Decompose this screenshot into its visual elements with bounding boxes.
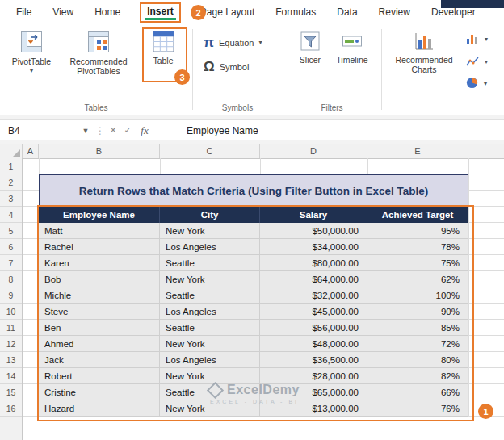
formula-bar-value[interactable]: Employee Name xyxy=(187,125,258,136)
cell-salary[interactable]: $45,000.00 xyxy=(260,304,368,320)
pie-chart-button[interactable]: ▾ xyxy=(465,76,487,91)
cell-salary[interactable]: $36,500.00 xyxy=(260,352,368,368)
cell-city[interactable]: Los Angeles xyxy=(160,304,260,320)
column-header-c[interactable]: C xyxy=(160,144,260,158)
cell-city[interactable]: Los Angeles xyxy=(160,239,260,255)
cell-target[interactable]: 72% xyxy=(368,336,468,352)
cell-city[interactable]: Seattle xyxy=(160,320,260,336)
tab-file[interactable]: File xyxy=(15,5,33,19)
scatter-chart-button[interactable]: ▾ xyxy=(465,55,488,69)
row-header[interactable]: 2 xyxy=(0,174,22,191)
cell-city[interactable]: New York xyxy=(160,400,260,417)
tab-data[interactable]: Data xyxy=(335,5,359,19)
sheet-title-cell[interactable]: Return Rows that Match Criteria (Using F… xyxy=(39,174,468,207)
pivottable-button[interactable]: PivotTable ▾ xyxy=(8,31,55,74)
cell-target[interactable]: 90% xyxy=(368,304,468,320)
row-header[interactable]: 4 xyxy=(0,207,22,223)
tab-view[interactable]: View xyxy=(51,5,75,19)
header-employee-name[interactable]: Employee Name xyxy=(39,207,160,223)
row-header[interactable]: 11 xyxy=(0,320,22,336)
cell-city[interactable]: New York xyxy=(160,271,260,287)
cell-employee-name[interactable]: Steve xyxy=(39,304,160,320)
row-header[interactable]: 5 xyxy=(0,223,22,239)
name-box[interactable]: B4 xyxy=(0,120,78,140)
column-header-e[interactable]: E xyxy=(368,144,468,158)
column-header-d[interactable]: D xyxy=(260,144,368,158)
column-chart-button[interactable]: ▾ xyxy=(465,32,488,47)
tab-page-layout[interactable]: Page Layout xyxy=(199,5,256,19)
cell-salary[interactable]: $56,000.00 xyxy=(260,320,368,336)
cell-city[interactable]: Seattle xyxy=(160,287,260,304)
cell-employee-name[interactable]: Michle xyxy=(39,287,160,304)
row-header[interactable]: 15 xyxy=(0,384,22,400)
row-header[interactable]: 3 xyxy=(0,191,22,207)
row-header[interactable]: 8 xyxy=(0,271,22,287)
cell-target[interactable]: 95% xyxy=(368,223,468,239)
row-header[interactable]: 16 xyxy=(0,400,22,417)
cell-target[interactable]: 82% xyxy=(368,368,468,384)
header-salary[interactable]: Salary xyxy=(260,207,368,223)
name-box-chevron-icon[interactable]: ▼ xyxy=(78,120,94,140)
cell-employee-name[interactable]: Ahmed xyxy=(39,336,160,352)
cell-employee-name[interactable]: Ben xyxy=(39,320,160,336)
slicer-button[interactable]: Slicer xyxy=(292,31,328,65)
tab-review[interactable]: Review xyxy=(377,5,412,19)
cell-target[interactable]: 85% xyxy=(368,320,468,336)
header-city[interactable]: City xyxy=(160,207,260,223)
cell-city[interactable]: New York xyxy=(160,336,260,352)
insert-function-button[interactable]: fx xyxy=(135,124,154,137)
cell-employee-name[interactable]: Rachel xyxy=(39,239,160,255)
cell-employee-name[interactable]: Cristine xyxy=(39,384,160,400)
cell-salary[interactable]: $65,000.00 xyxy=(260,384,368,400)
row-header[interactable]: 12 xyxy=(0,336,22,352)
symbol-button[interactable]: Ω Symbol xyxy=(204,60,249,73)
cell-city[interactable]: Los Angeles xyxy=(160,352,260,368)
cell-target[interactable]: 75% xyxy=(368,255,468,271)
cell-salary[interactable]: $80,000.00 xyxy=(260,255,368,271)
cell-salary[interactable]: $13,000.00 xyxy=(260,400,368,417)
cell-employee-name[interactable]: Robert xyxy=(39,368,160,384)
cell-employee-name[interactable]: Bob xyxy=(39,271,160,287)
enter-icon[interactable]: ✓ xyxy=(120,125,135,136)
cell-city[interactable]: Seattle xyxy=(160,255,260,271)
cell-target[interactable]: 62% xyxy=(368,271,468,287)
cell-target[interactable]: 100% xyxy=(368,287,468,304)
row-header[interactable]: 7 xyxy=(0,255,22,271)
cell-target[interactable]: 76% xyxy=(368,400,468,417)
recommended-charts-button[interactable]: Recommended Charts xyxy=(394,31,454,74)
equation-button[interactable]: π Equation ▾ xyxy=(204,36,262,49)
cell-salary[interactable]: $48,000.00 xyxy=(260,336,368,352)
cell-employee-name[interactable]: Matt xyxy=(39,223,160,239)
cell-salary[interactable]: $28,000.00 xyxy=(260,368,368,384)
cell-city[interactable]: New York xyxy=(160,223,260,239)
table-button[interactable]: Table xyxy=(145,31,181,65)
column-header-b[interactable]: B xyxy=(39,144,160,158)
cell-target[interactable]: 78% xyxy=(368,239,468,255)
cell-salary[interactable]: $32,000.00 xyxy=(260,287,368,304)
select-all-button[interactable] xyxy=(0,144,23,158)
row-header[interactable]: 6 xyxy=(0,239,22,255)
row-header[interactable]: 10 xyxy=(0,304,22,320)
row-header[interactable]: 14 xyxy=(0,368,22,384)
cancel-icon[interactable]: ✕ xyxy=(106,125,120,136)
tab-home[interactable]: Home xyxy=(93,5,122,19)
row-header[interactable]: 13 xyxy=(0,352,22,368)
header-achieved-target[interactable]: Achieved Target xyxy=(368,207,468,223)
cell-target[interactable]: 66% xyxy=(368,384,468,400)
cell-employee-name[interactable]: Jack xyxy=(39,352,160,368)
recommended-pivottables-button[interactable]: Recommended PivotTables xyxy=(58,31,139,76)
column-header-a[interactable]: A xyxy=(23,144,39,158)
row-header[interactable]: 1 xyxy=(0,158,22,174)
cell-salary[interactable]: $34,000.00 xyxy=(260,239,368,255)
row-header[interactable]: 9 xyxy=(0,287,22,304)
cell-city[interactable]: New York xyxy=(160,368,260,384)
cell-city[interactable]: Seattle xyxy=(160,384,260,400)
tab-insert[interactable]: Insert xyxy=(140,2,181,23)
timeline-button[interactable]: Timeline xyxy=(331,31,373,65)
tab-formulas[interactable]: Formulas xyxy=(274,5,317,19)
cell-salary[interactable]: $64,000.00 xyxy=(260,271,368,287)
cell-employee-name[interactable]: Karen xyxy=(39,255,160,271)
cell-salary[interactable]: $50,000.00 xyxy=(260,223,368,239)
cell-employee-name[interactable]: Hazard xyxy=(39,400,160,417)
cell-target[interactable]: 80% xyxy=(368,352,468,368)
